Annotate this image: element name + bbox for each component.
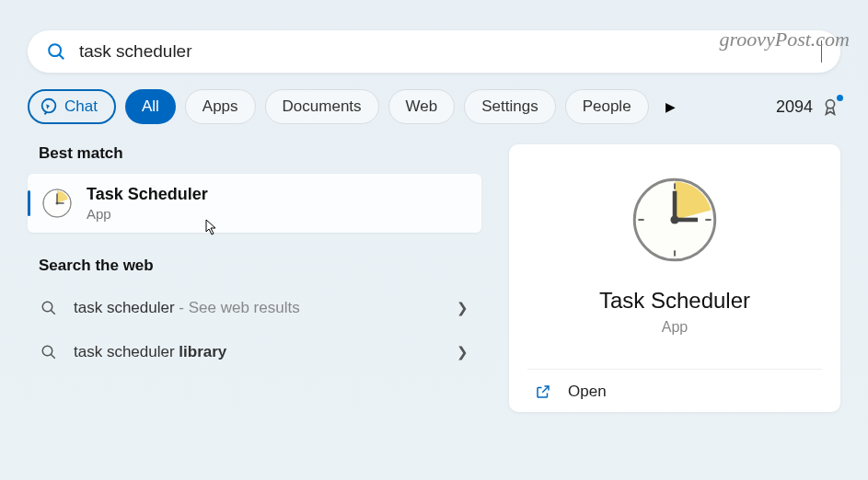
rewards-medal-icon [820,97,840,117]
results-list: Best match Task Scheduler App Search the… [28,144,481,412]
task-scheduler-large-icon [629,174,721,266]
svg-line-1 [59,54,64,59]
search-icon [41,300,57,316]
web-result-1[interactable]: task scheduler - See web results ❯ [28,286,481,330]
search-icon [41,344,57,360]
chevron-right-icon: ❯ [457,300,469,316]
more-filters-arrow[interactable]: ▶ [665,99,676,114]
points-value: 2094 [776,97,813,117]
svg-line-12 [51,354,55,359]
results-content: Best match Task Scheduler App Search the… [28,144,840,412]
rewards-points[interactable]: 2094 [776,97,840,117]
result-subtitle: App [87,206,208,222]
svg-point-9 [42,302,52,312]
search-input[interactable] [79,41,821,62]
open-external-icon [535,383,551,400]
filter-documents[interactable]: Documents [265,89,379,124]
filter-people[interactable]: People [565,89,649,124]
web-result-text: task scheduler library [74,343,457,361]
open-label: Open [568,383,607,401]
svg-line-10 [51,310,55,314]
best-match-heading: Best match [39,144,481,163]
preview-title: Task Scheduler [599,288,750,314]
result-title: Task Scheduler [87,185,208,204]
filter-apps[interactable]: Apps [185,89,256,124]
chat-label: Chat [64,97,98,116]
best-match-result[interactable]: Task Scheduler App [28,174,481,233]
chevron-right-icon: ❯ [457,344,469,360]
open-action[interactable]: Open [527,369,822,401]
svg-point-0 [49,44,61,56]
task-scheduler-icon [41,187,74,220]
preview-subtitle: App [662,319,688,336]
mouse-cursor-icon [204,218,219,236]
filter-all[interactable]: All [125,89,176,124]
filter-web[interactable]: Web [388,89,456,124]
chat-pill[interactable]: Chat [28,89,116,124]
svg-point-8 [56,202,59,205]
search-web-heading: Search the web [39,257,481,275]
preview-panel: Task Scheduler App Open [509,144,840,412]
svg-point-11 [42,346,52,356]
svg-point-3 [826,100,834,109]
filter-settings[interactable]: Settings [464,89,555,124]
web-results-section: Search the web task scheduler - See web … [28,257,481,374]
web-result-2[interactable]: task scheduler library ❯ [28,330,481,374]
web-result-text: task scheduler - See web results [74,299,457,317]
bing-chat-icon [39,97,59,117]
watermark-text: groovyPost.com [719,28,850,51]
filter-row: Chat All Apps Documents Web Settings Peo… [28,89,840,124]
svg-point-21 [670,215,678,223]
search-icon [46,41,66,62]
